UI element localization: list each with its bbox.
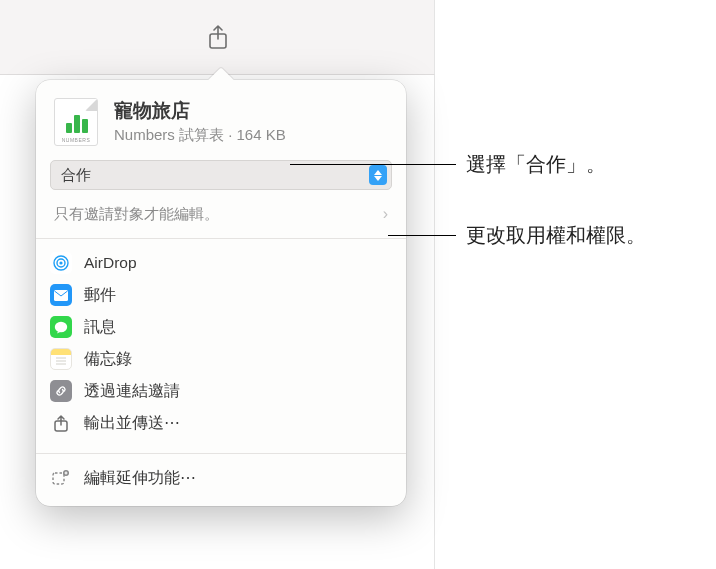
chevron-right-icon: › bbox=[383, 205, 388, 223]
share-option-airdrop[interactable]: AirDrop bbox=[42, 247, 400, 279]
share-option-label: 透過連結邀請 bbox=[84, 381, 180, 402]
permissions-text: 只有邀請對象才能編輯。 bbox=[54, 205, 219, 224]
share-option-mail[interactable]: 郵件 bbox=[42, 279, 400, 311]
export-icon bbox=[50, 412, 72, 434]
share-option-label: 備忘錄 bbox=[84, 349, 132, 370]
edit-extensions-label: 編輯延伸功能⋯ bbox=[84, 468, 196, 489]
permissions-row[interactable]: 只有邀請對象才能編輯。 › bbox=[50, 200, 392, 228]
share-option-label: 訊息 bbox=[84, 317, 116, 338]
file-subtitle: Numbers 試算表 · 164 KB bbox=[114, 126, 388, 145]
annotation-choose-collab: 選擇「合作」。 bbox=[290, 151, 606, 178]
share-option-messages[interactable]: 訊息 bbox=[42, 311, 400, 343]
numbers-file-icon: NUMBERS bbox=[54, 98, 102, 146]
messages-icon bbox=[50, 316, 72, 338]
divider bbox=[36, 238, 406, 239]
share-option-export[interactable]: 輸出並傳送⋯ bbox=[42, 407, 400, 439]
mail-icon bbox=[50, 284, 72, 306]
share-options-list: AirDrop 郵件 訊息 備忘錄 透過連結邀請 bbox=[36, 243, 406, 443]
svg-point-3 bbox=[59, 261, 62, 264]
link-icon bbox=[50, 380, 72, 402]
extensions-icon bbox=[50, 467, 72, 489]
annotation-change-permissions: 更改取用權和權限。 bbox=[388, 222, 646, 249]
share-option-label: 郵件 bbox=[84, 285, 116, 306]
notes-icon bbox=[50, 348, 72, 370]
edit-extensions[interactable]: 編輯延伸功能⋯ bbox=[42, 462, 400, 494]
airdrop-icon bbox=[50, 252, 72, 274]
divider bbox=[36, 453, 406, 454]
share-option-notes[interactable]: 備忘錄 bbox=[42, 343, 400, 375]
share-option-label: 輸出並傳送⋯ bbox=[84, 413, 180, 434]
window-edge bbox=[434, 75, 435, 569]
svg-point-5 bbox=[55, 321, 67, 331]
mode-selected-label: 合作 bbox=[61, 166, 91, 185]
file-title: 寵物旅店 bbox=[114, 98, 388, 124]
share-option-label: AirDrop bbox=[84, 254, 137, 272]
svg-rect-10 bbox=[53, 473, 64, 484]
share-popover: NUMBERS 寵物旅店 Numbers 試算表 · 164 KB 合作 只有邀… bbox=[36, 80, 406, 506]
share-toolbar-button[interactable] bbox=[200, 20, 236, 56]
share-option-link[interactable]: 透過連結邀請 bbox=[42, 375, 400, 407]
share-icon bbox=[207, 25, 229, 51]
